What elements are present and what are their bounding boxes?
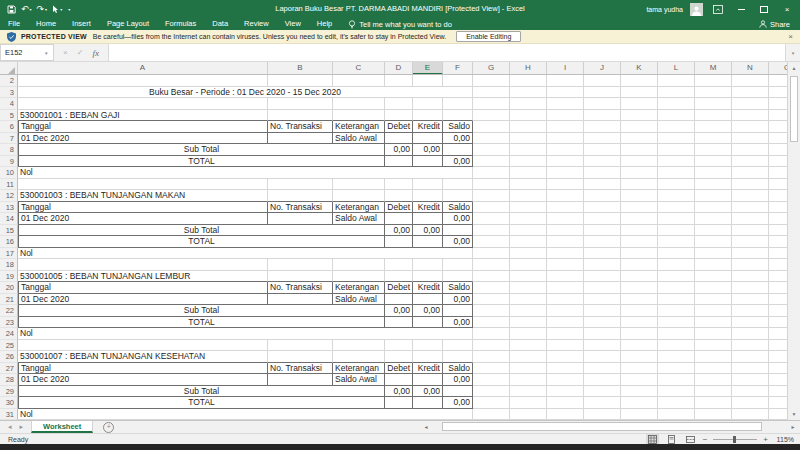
ribbon-tab-page-layout[interactable]: Page Layout <box>99 18 157 30</box>
cell[interactable] <box>695 179 732 191</box>
cell[interactable] <box>268 271 333 283</box>
cell[interactable] <box>510 340 547 352</box>
cell[interactable] <box>769 202 787 214</box>
cell[interactable] <box>18 340 268 352</box>
cell[interactable] <box>695 87 732 99</box>
cell[interactable] <box>769 374 787 386</box>
cell[interactable] <box>547 271 584 283</box>
total-saldo-cell[interactable]: 0,00 <box>443 317 473 329</box>
cell[interactable] <box>385 397 413 409</box>
zoom-in-icon[interactable]: + <box>763 435 768 444</box>
cell[interactable] <box>473 179 510 191</box>
cell[interactable] <box>473 397 510 409</box>
cell[interactable]: 0,00 <box>385 305 413 317</box>
cell[interactable] <box>732 110 769 122</box>
col-header-F[interactable]: F <box>443 62 473 75</box>
cell[interactable] <box>473 386 510 398</box>
cell[interactable] <box>732 133 769 145</box>
cell[interactable] <box>473 363 510 375</box>
cell[interactable] <box>621 121 658 133</box>
cell[interactable] <box>413 317 443 329</box>
cell[interactable] <box>732 305 769 317</box>
cell[interactable] <box>658 248 695 260</box>
ribbon-tab-view[interactable]: View <box>277 18 309 30</box>
cell[interactable] <box>547 409 584 421</box>
cell[interactable] <box>385 271 413 283</box>
cell[interactable] <box>695 271 732 283</box>
cell[interactable] <box>732 167 769 179</box>
cell[interactable] <box>584 340 621 352</box>
column-label-cell[interactable]: Saldo <box>443 363 473 375</box>
column-label-cell[interactable]: Tanggal <box>18 202 268 214</box>
cell[interactable] <box>413 236 443 248</box>
cell[interactable] <box>473 225 510 237</box>
cell[interactable] <box>769 294 787 306</box>
cell[interactable] <box>413 259 443 271</box>
cell[interactable]: 0,00 <box>385 225 413 237</box>
cell[interactable] <box>385 213 413 225</box>
ribbon-tab-review[interactable]: Review <box>236 18 277 30</box>
cell[interactable] <box>547 121 584 133</box>
cell[interactable] <box>769 225 787 237</box>
cell[interactable] <box>769 156 787 168</box>
name-box[interactable]: ▾ <box>0 44 54 61</box>
cell[interactable] <box>547 397 584 409</box>
col-header-C[interactable]: C <box>333 62 385 75</box>
cell[interactable] <box>268 340 333 352</box>
subtotal-label-cell[interactable]: Sub Total <box>18 305 385 317</box>
cell[interactable] <box>695 202 732 214</box>
cell[interactable] <box>510 305 547 317</box>
cell[interactable] <box>547 340 584 352</box>
cell[interactable] <box>732 409 769 421</box>
cell[interactable] <box>584 363 621 375</box>
cell[interactable] <box>769 386 787 398</box>
cell[interactable] <box>413 397 443 409</box>
cell[interactable] <box>769 351 787 363</box>
cell[interactable] <box>547 202 584 214</box>
cell[interactable] <box>584 133 621 145</box>
share-button[interactable]: Share <box>759 20 800 29</box>
cell[interactable] <box>732 386 769 398</box>
cell[interactable] <box>547 110 584 122</box>
cell[interactable] <box>621 305 658 317</box>
cell[interactable] <box>413 374 443 386</box>
insert-function-icon[interactable]: fx <box>92 48 99 58</box>
cell[interactable] <box>510 121 547 133</box>
ribbon-tab-data[interactable]: Data <box>204 18 236 30</box>
total-saldo-cell[interactable]: 0,00 <box>443 397 473 409</box>
cell[interactable] <box>695 98 732 110</box>
cell[interactable] <box>443 110 473 122</box>
cell[interactable] <box>268 110 333 122</box>
scroll-right-icon[interactable]: ▸ <box>787 423 799 430</box>
cell[interactable] <box>732 213 769 225</box>
cell[interactable] <box>769 340 787 352</box>
note-cell[interactable]: Nol <box>18 409 473 421</box>
ribbon-tab-home[interactable]: Home <box>28 18 64 30</box>
ribbon-tab-insert[interactable]: Insert <box>64 18 99 30</box>
col-header-G[interactable]: G <box>473 62 510 75</box>
column-label-cell[interactable]: Kredit <box>413 363 443 375</box>
note-cell[interactable]: Nol <box>18 248 473 260</box>
cell[interactable] <box>658 202 695 214</box>
cell[interactable] <box>769 248 787 260</box>
row-header-13[interactable]: 13 <box>0 202 18 214</box>
cell[interactable]: 0,00 <box>413 386 443 398</box>
cell[interactable] <box>510 87 547 99</box>
cell[interactable] <box>695 144 732 156</box>
cell[interactable] <box>510 179 547 191</box>
cell[interactable] <box>584 179 621 191</box>
cell[interactable] <box>510 248 547 260</box>
cell[interactable] <box>413 133 443 145</box>
row-header-20[interactable]: 20 <box>0 282 18 294</box>
cell[interactable] <box>769 98 787 110</box>
cell[interactable] <box>413 294 443 306</box>
cell[interactable] <box>621 144 658 156</box>
ribbon-tab-help[interactable]: Help <box>309 18 340 30</box>
cell[interactable] <box>473 202 510 214</box>
cell[interactable] <box>584 351 621 363</box>
cell[interactable] <box>584 317 621 329</box>
cell[interactable] <box>695 374 732 386</box>
row-header-31[interactable]: 31 <box>0 409 18 421</box>
zoom-slider[interactable] <box>713 439 757 440</box>
date-cell[interactable]: 01 Dec 2020 <box>18 213 268 225</box>
